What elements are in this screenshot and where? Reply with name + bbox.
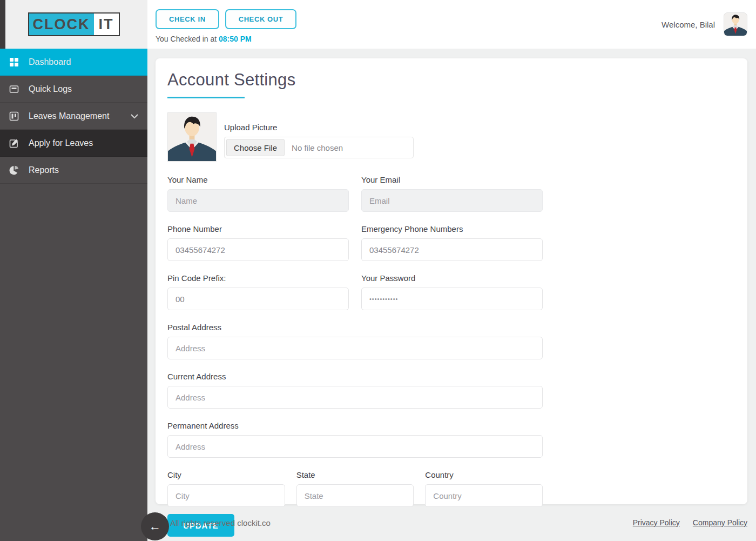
pin-prefix-label: Pin Code Prefix: bbox=[167, 273, 349, 283]
checkin-status: You Checked in at 08:50 PM bbox=[156, 35, 296, 43]
clockit-logo[interactable]: CLOCK IT bbox=[28, 12, 120, 36]
sidebar-item-apply-for-leaves[interactable]: Apply for Leaves bbox=[0, 130, 147, 157]
permanent-address-field[interactable] bbox=[167, 435, 543, 458]
sidebar-item-reports[interactable]: Reports bbox=[0, 157, 147, 184]
file-status-text: No file chosen bbox=[292, 143, 343, 152]
password-field[interactable] bbox=[361, 288, 543, 310]
sidebar-collapse-button[interactable]: ← bbox=[141, 512, 169, 540]
password-label: Your Password bbox=[361, 273, 543, 283]
checkin-panel: CHECK IN CHECK OUT You Checked in at 08:… bbox=[156, 0, 296, 49]
sidebar-item-label: Reports bbox=[29, 165, 139, 175]
current-address-field[interactable] bbox=[167, 386, 543, 409]
grid-icon bbox=[9, 57, 19, 68]
user-panel: Welcome, Bilal bbox=[662, 0, 747, 49]
chevron-down-icon bbox=[130, 113, 139, 119]
upload-picture-section: Upload Picture Choose File No file chose… bbox=[167, 112, 735, 162]
upload-picture-label: Upload Picture bbox=[224, 123, 414, 132]
page-title: Account Settings bbox=[167, 70, 735, 90]
back-arrow-icon: ← bbox=[149, 519, 161, 533]
choose-file-button[interactable]: Choose File bbox=[226, 139, 285, 156]
sidebar-item-label: Apply for Leaves bbox=[29, 138, 139, 148]
sidebar-header: CLOCK IT bbox=[0, 0, 147, 49]
sidebar-item-label: Quick Logs bbox=[29, 84, 139, 94]
state-field[interactable] bbox=[296, 484, 414, 507]
sidebar-nav: Dashboard Quick Logs Leaves Management bbox=[0, 49, 147, 184]
state-label: State bbox=[296, 470, 414, 479]
footer: All rights reserved clockit.co Privacy P… bbox=[147, 504, 756, 541]
copyright-text: All rights reserved clockit.co bbox=[170, 518, 271, 527]
current-address-label: Current Address bbox=[167, 372, 543, 381]
sidebar-item-quick-logs[interactable]: Quick Logs bbox=[0, 76, 147, 103]
check-in-button[interactable]: CHECK IN bbox=[156, 9, 219, 29]
country-label: Country bbox=[425, 470, 543, 479]
check-out-button[interactable]: CHECK OUT bbox=[225, 9, 297, 29]
emergency-phone-field[interactable] bbox=[361, 238, 543, 261]
edit-icon bbox=[9, 138, 19, 149]
title-underline bbox=[167, 97, 245, 98]
logo-text-it: IT bbox=[94, 14, 119, 35]
header-edge-strip bbox=[0, 0, 5, 49]
file-input[interactable]: Choose File No file chosen bbox=[224, 137, 414, 158]
account-settings-card: Account Settings Upload Picture Choose F… bbox=[156, 58, 747, 504]
avatar[interactable] bbox=[724, 12, 747, 36]
email-field[interactable] bbox=[361, 189, 543, 212]
country-field[interactable] bbox=[425, 484, 543, 507]
pin-prefix-field[interactable] bbox=[167, 288, 349, 310]
profile-picture bbox=[167, 112, 217, 162]
sidebar: CLOCK IT Dashboard Quick Logs bbox=[0, 0, 147, 541]
city-field[interactable] bbox=[167, 484, 285, 507]
welcome-text: Welcome, Bilal bbox=[662, 20, 715, 29]
permanent-address-label: Permanent Address bbox=[167, 421, 543, 430]
sidebar-item-label: Leaves Management bbox=[29, 111, 130, 121]
sidebar-item-dashboard[interactable]: Dashboard bbox=[0, 49, 147, 76]
postal-address-field[interactable] bbox=[167, 337, 543, 359]
phone-label: Phone Number bbox=[167, 224, 349, 233]
sidebar-item-label: Dashboard bbox=[29, 57, 139, 67]
name-field[interactable] bbox=[167, 189, 349, 212]
main-area: CHECK IN CHECK OUT You Checked in at 08:… bbox=[147, 0, 756, 541]
emergency-phone-label: Emergency Phone Numbers bbox=[361, 224, 543, 233]
account-settings-form: Your Name Your Email Phone Number Emerge… bbox=[167, 175, 543, 537]
phone-field[interactable] bbox=[167, 238, 349, 261]
company-policy-link[interactable]: Company Policy bbox=[693, 518, 747, 527]
topbar: CHECK IN CHECK OUT You Checked in at 08:… bbox=[147, 0, 756, 49]
city-label: City bbox=[167, 470, 285, 479]
checkin-status-time: 08:50 PM bbox=[219, 35, 252, 43]
checkin-status-text: You Checked in at bbox=[156, 35, 219, 43]
name-label: Your Name bbox=[167, 175, 349, 184]
postal-address-label: Postal Address bbox=[167, 323, 543, 332]
email-label: Your Email bbox=[361, 175, 543, 184]
privacy-policy-link[interactable]: Privacy Policy bbox=[633, 518, 680, 527]
app-root: { "colors": { "accent": "#00b3d8", "side… bbox=[0, 0, 756, 541]
pie-chart-icon bbox=[9, 165, 19, 176]
logo-text-clock: CLOCK bbox=[29, 14, 94, 35]
logs-icon bbox=[9, 84, 19, 95]
calendar-icon bbox=[9, 111, 19, 122]
sidebar-item-leaves-management[interactable]: Leaves Management bbox=[0, 103, 147, 130]
